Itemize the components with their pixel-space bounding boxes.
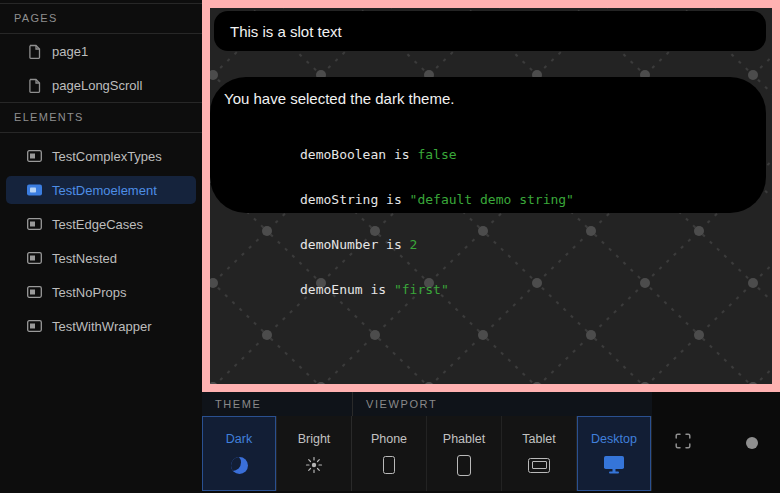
sidebar-item-label: page1 [52,44,88,59]
code-line: demoEnum is "first" [300,282,766,297]
elements-section-header: ELEMENTS [0,103,202,132]
preview-canvas: This is a slot text You have selected th… [210,8,772,384]
viewport-button-label: Phone [371,432,407,446]
sidebar-item-label: TestEdgeCases [52,217,143,232]
element-icon [26,286,42,298]
code-line: demoNumber is 2 [300,237,766,252]
element-icon [26,150,42,162]
theme-dark-button[interactable]: Dark [202,416,277,491]
code-value: "default demo string" [410,192,574,207]
sidebar-item-page1[interactable]: page1 [6,34,196,68]
page-icon [26,44,42,59]
phone-icon [383,455,395,475]
viewport-button-label: Tablet [522,432,555,446]
code-value: "first" [394,282,449,297]
toolbar-right-zone [652,392,780,493]
sidebar-item-label: TestComplexTypes [52,149,162,164]
phablet-icon [457,455,471,475]
moon-icon [231,455,248,475]
sidebar-item-label: TestNested [52,251,117,266]
page-icon [26,78,42,93]
theme-button-label: Dark [226,432,252,446]
sidebar-item-testwithwrapper[interactable]: TestWithWrapper [6,309,196,343]
element-icon [26,184,42,196]
desktop-icon [604,455,624,475]
sidebar-item-label: TestDemoelement [52,183,157,198]
sidebar-item-testedgecases[interactable]: TestEdgeCases [6,207,196,241]
pages-section-header: PAGES [0,4,202,33]
sidebar-item-testdemoelement[interactable]: TestDemoelement [6,176,196,204]
element-icon [26,218,42,230]
viewport-desktop-button[interactable]: Desktop [577,416,652,491]
viewport-group-header: VIEWPORT [352,392,652,416]
sidebar-item-label: pageLongScroll [52,78,142,93]
slot-text-box: This is a slot text [214,11,766,51]
sidebar-item-testnoprops[interactable]: TestNoProps [6,275,196,309]
sidebar: PAGES page1 pageLongScroll ELEMENTS Test… [0,0,202,493]
theme-button-label: Bright [298,432,331,446]
theme-group-header: THEME [202,392,352,416]
sidebar-item-testcomplextypes[interactable]: TestComplexTypes [6,139,196,173]
demo-props-code: demoBoolean is false demoString is "defa… [300,117,766,327]
viewport-tablet-button[interactable]: Tablet [502,416,577,491]
bottom-toolbar: THEME VIEWPORT Dark Bright [202,392,780,493]
sidebar-item-testnested[interactable]: TestNested [6,241,196,275]
code-line: demoString is "default demo string" [300,192,766,207]
fullscreen-icon[interactable] [675,433,691,453]
code-line: demoBoolean is false [300,147,766,162]
tablet-icon [528,455,550,475]
code-value: 2 [410,237,418,252]
viewport-button-label: Desktop [591,432,637,446]
theme-message: You have selected the dark theme. [224,90,766,107]
sidebar-item-label: TestNoProps [52,285,126,300]
viewport-phone-button[interactable]: Phone [352,416,427,491]
preview-frame: This is a slot text You have selected th… [202,0,780,392]
sidebar-item-pagelongscroll[interactable]: pageLongScroll [6,68,196,102]
viewport-button-label: Phablet [443,432,485,446]
code-value: false [417,147,456,162]
sidebar-item-label: TestWithWrapper [52,319,151,334]
element-icon [26,252,42,264]
theme-bright-button[interactable]: Bright [277,416,352,491]
element-icon [26,320,42,332]
theme-demo-box: You have selected the dark theme. demoBo… [210,77,766,213]
slot-text: This is a slot text [230,23,342,40]
record-circle-icon[interactable] [746,437,758,449]
viewport-phablet-button[interactable]: Phablet [427,416,502,491]
sun-icon [305,455,323,475]
